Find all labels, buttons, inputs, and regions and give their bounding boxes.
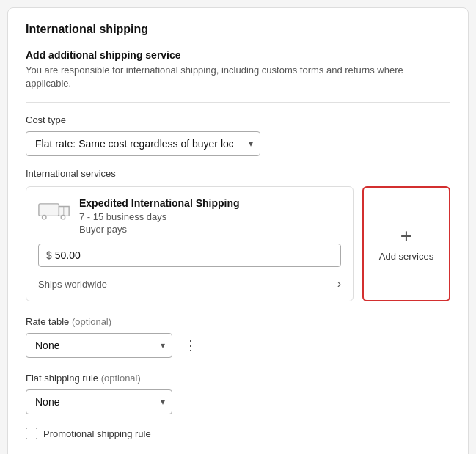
divider-1 [26,102,450,103]
international-shipping-panel: International shipping Add additional sh… [7,7,469,454]
cost-type-section: Cost type Flat rate: Same cost regardles… [26,114,450,156]
add-service-heading: Add additional shipping service [26,49,450,61]
international-services-section: International services Expedited Interna… [26,168,450,301]
svg-rect-0 [39,204,59,216]
ships-worldwide-text: Ships worldwide [38,279,107,290]
promotional-shipping-checkbox[interactable] [26,428,37,439]
flat-shipping-rule-label: Flat shipping rule (optional) [26,373,450,384]
price-input-wrapper[interactable]: $ [38,244,341,267]
add-services-button[interactable]: + Add services [362,186,450,301]
flat-shipping-rule-select[interactable]: NoneRule 1Rule 2 [26,389,172,414]
cost-type-select[interactable]: Flat rate: Same cost regardless of buyer… [26,131,260,156]
ships-chevron-right-icon: › [337,277,341,290]
rate-table-section: Rate table (optional) NoneRate table 1Ra… [26,316,450,358]
cost-type-select-wrapper[interactable]: Flat rate: Same cost regardless of buyer… [26,131,260,156]
service-info: Expedited International Shipping 7 - 15 … [79,197,240,235]
promotional-shipping-rule-row: Promotional shipping rule [26,428,450,439]
rate-table-select[interactable]: NoneRate table 1Rate table 2 [26,333,172,358]
international-services-label: International services [26,168,450,179]
currency-symbol: $ [46,249,52,261]
flat-shipping-rule-section: Flat shipping rule (optional) NoneRule 1… [26,373,450,414]
add-service-section: Add additional shipping service You are … [26,49,450,90]
service-card: Expedited International Shipping 7 - 15 … [26,186,354,301]
cost-type-label: Cost type [26,114,450,125]
service-name: Expedited International Shipping [79,197,240,209]
rate-table-more-button[interactable]: ⋮ [180,336,202,355]
rate-table-label: Rate table (optional) [26,316,450,327]
rate-table-row: NoneRate table 1Rate table 2 ▾ ⋮ [26,333,450,358]
page-title: International shipping [26,23,450,36]
plus-icon: + [400,226,412,246]
svg-point-1 [43,216,47,220]
service-days: 7 - 15 business days [79,211,240,222]
add-service-description: You are responsible for international sh… [26,64,450,90]
svg-point-2 [61,216,65,220]
add-services-label: Add services [379,251,433,262]
price-input[interactable] [55,249,333,261]
rate-table-select-wrapper[interactable]: NoneRate table 1Rate table 2 ▾ [26,333,172,358]
flat-shipping-rule-select-wrapper[interactable]: NoneRule 1Rule 2 ▾ [26,389,172,414]
ships-row[interactable]: Ships worldwide › [38,277,341,290]
service-header: Expedited International Shipping 7 - 15 … [38,197,341,235]
promotional-shipping-label: Promotional shipping rule [43,428,151,439]
services-row: Expedited International Shipping 7 - 15 … [26,186,450,301]
service-buyer: Buyer pays [79,224,240,235]
truck-icon [38,199,70,222]
